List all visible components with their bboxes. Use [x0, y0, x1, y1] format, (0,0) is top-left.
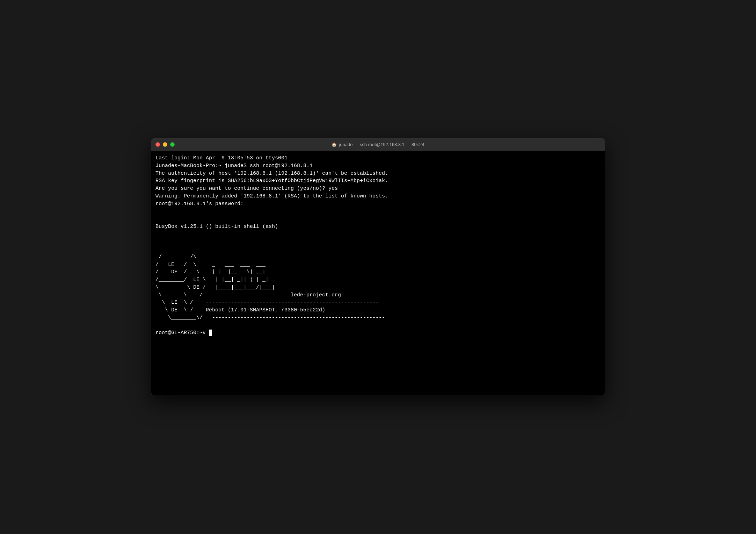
terminal-body[interactable]: Last login: Mon Apr 9 13:05:53 on ttys00…: [151, 151, 605, 396]
terminal-window: 🏠 junade — ssh root@192.168.8.1 — 80×24 …: [151, 138, 605, 396]
maximize-button[interactable]: [170, 142, 175, 147]
minimize-button[interactable]: [163, 142, 167, 147]
cursor: [209, 330, 212, 336]
titlebar: 🏠 junade — ssh root@192.168.8.1 — 80×24: [151, 138, 605, 151]
traffic-lights: [155, 142, 175, 147]
close-button[interactable]: [155, 142, 160, 147]
terminal-output: Last login: Mon Apr 9 13:05:53 on ttys00…: [155, 154, 601, 337]
window-title: junade — ssh root@192.168.8.1 — 80×24: [339, 142, 424, 147]
home-icon: 🏠: [332, 142, 337, 147]
titlebar-text: 🏠 junade — ssh root@192.168.8.1 — 80×24: [332, 142, 424, 147]
